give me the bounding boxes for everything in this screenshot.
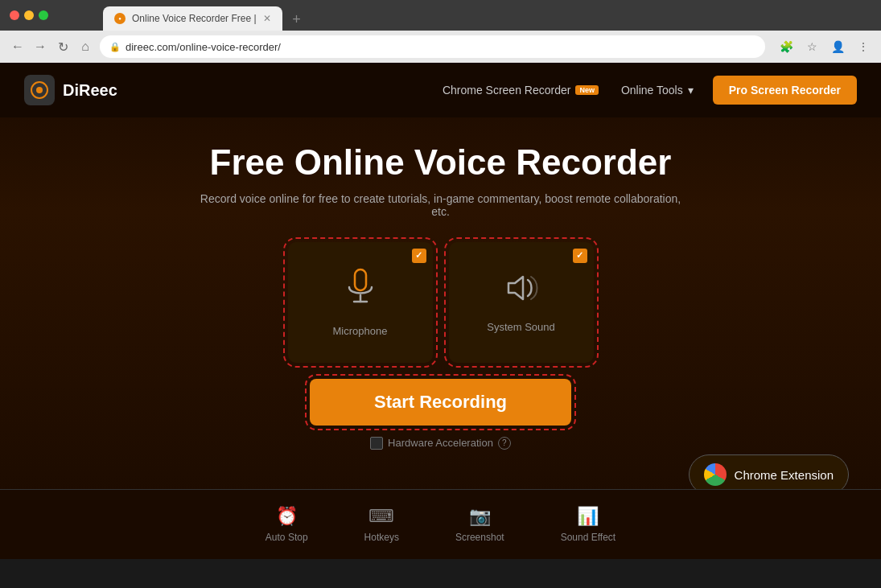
bookmark-icon[interactable]: ☆: [802, 37, 821, 56]
hotkeys-icon: ⌨: [368, 506, 394, 527]
hardware-accel-label: Hardware Acceleration: [388, 437, 493, 449]
forward-button[interactable]: →: [31, 37, 50, 56]
active-tab[interactable]: Online Voice Recorder Free | ✕: [103, 6, 282, 31]
start-recording-button[interactable]: Start Recording: [310, 379, 571, 426]
microphone-icon: [344, 268, 377, 315]
auto-stop-feature[interactable]: ⏰ Auto Stop: [266, 506, 308, 543]
sound-effect-label: Sound Effect: [561, 532, 616, 543]
microphone-label: Microphone: [333, 325, 388, 337]
sound-effect-feature[interactable]: 📊 Sound Effect: [561, 506, 616, 543]
title-bar: Online Voice Recorder Free | ✕ +: [0, 0, 881, 31]
system-sound-label: System Sound: [487, 321, 555, 333]
reload-button[interactable]: ↻: [53, 37, 72, 56]
logo-icon-dot: [36, 87, 43, 93]
screenshot-icon: 📷: [469, 506, 491, 527]
minimize-button[interactable]: [24, 10, 34, 20]
sound-effect-icon: 📊: [577, 506, 599, 527]
url-text: direec.com/online-voice-recorder/: [126, 41, 281, 53]
nav-links: Chrome Screen Recorder New Online Tools …: [443, 84, 694, 97]
site-nav: DiReec Chrome Screen Recorder New Online…: [0, 63, 881, 117]
logo-icon-ring: [31, 81, 48, 99]
more-icon[interactable]: ⋮: [854, 37, 873, 56]
chrome-extension-label: Chrome Extension: [735, 468, 834, 482]
address-bar: ← → ↻ ⌂ 🔒 direec.com/online-voice-record…: [0, 31, 881, 63]
online-tools-label: Online Tools: [621, 84, 683, 97]
website-content: DiReec Chrome Screen Recorder New Online…: [0, 63, 881, 559]
tab-title: Online Voice Recorder Free |: [132, 13, 257, 24]
tab-close-icon[interactable]: ✕: [263, 13, 271, 24]
microphone-check: [412, 249, 426, 263]
screen-recorder-label: Chrome Screen Recorder: [443, 84, 571, 97]
hardware-accel-checkbox[interactable]: [370, 437, 383, 450]
auto-stop-icon: ⏰: [276, 506, 298, 527]
recording-options: Microphone System Sound: [288, 242, 594, 363]
system-sound-icon: [502, 272, 541, 311]
extensions-icon[interactable]: 🧩: [776, 37, 796, 56]
profile-icon[interactable]: 👤: [828, 37, 847, 56]
hardware-accel-option: Hardware Acceleration ?: [370, 437, 511, 450]
tab-favicon: [114, 13, 126, 24]
screenshot-feature[interactable]: 📷 Screenshot: [455, 506, 504, 543]
hotkeys-label: Hotkeys: [364, 532, 399, 543]
nav-buttons: ← → ↻ ⌂: [8, 37, 95, 56]
logo-text: DiReec: [63, 81, 117, 100]
chrome-icon: [704, 463, 727, 486]
hero-title: Free Online Voice Recorder: [210, 142, 672, 184]
online-tools-chevron-icon: ▾: [688, 84, 694, 97]
logo: DiReec: [24, 75, 117, 105]
hotkeys-feature[interactable]: ⌨ Hotkeys: [364, 506, 399, 543]
pro-recorder-button[interactable]: Pro Screen Recorder: [713, 76, 857, 105]
new-badge: New: [575, 85, 599, 95]
system-sound-option[interactable]: System Sound: [449, 242, 594, 363]
svg-rect-0: [355, 269, 366, 290]
logo-icon: [24, 75, 55, 105]
traffic-lights: [10, 10, 48, 20]
online-tools-link[interactable]: Online Tools ▾: [621, 84, 694, 97]
home-button[interactable]: ⌂: [76, 37, 95, 56]
start-recording-wrapper: Start Recording: [310, 379, 571, 426]
hero-section: Free Online Voice Recorder Record voice …: [0, 117, 881, 450]
lock-icon: 🔒: [109, 42, 121, 52]
features-bar: ⏰ Auto Stop ⌨ Hotkeys 📷 Screenshot 📊 Sou…: [0, 489, 881, 559]
url-field[interactable]: 🔒 direec.com/online-voice-recorder/: [100, 35, 765, 58]
screen-recorder-link[interactable]: Chrome Screen Recorder New: [443, 84, 599, 97]
back-button[interactable]: ←: [8, 37, 27, 56]
microphone-option[interactable]: Microphone: [288, 242, 433, 363]
close-button[interactable]: [10, 10, 19, 20]
new-tab-button[interactable]: +: [286, 8, 308, 31]
hero-subtitle: Record voice online for free to create t…: [200, 192, 682, 218]
help-icon[interactable]: ?: [498, 437, 511, 450]
browser-actions: 🧩 ☆ 👤 ⋮: [776, 37, 873, 56]
auto-stop-label: Auto Stop: [266, 532, 308, 543]
maximize-button[interactable]: [39, 10, 48, 20]
screenshot-label: Screenshot: [455, 532, 504, 543]
system-sound-check: [573, 249, 587, 263]
